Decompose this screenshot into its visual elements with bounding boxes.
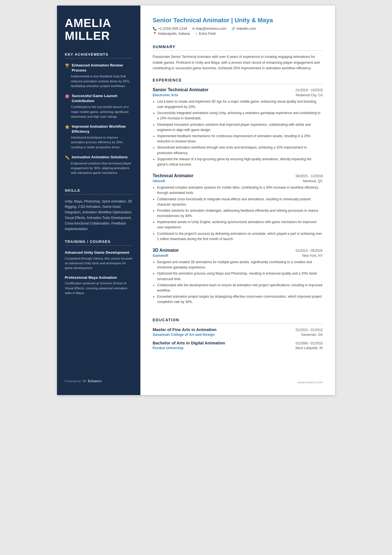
bullet: Engineered complex animation systems for… <box>157 185 323 196</box>
achievement-desc-1: Implemented a new feedback loop that red… <box>65 74 133 88</box>
training-title-2: Professional Maya Animation <box>65 275 133 280</box>
sidebar: AMELIA MILLER KEY ACHIEVEMENTS 🏆 Enhance… <box>57 6 140 395</box>
achievement-desc-2: Contributed to the successful launch of … <box>65 105 133 119</box>
contact-row-2: 📍 Indianapolis, Indiana ☆ Extra Field <box>153 32 323 36</box>
resume-container: AMELIA MILLER KEY ACHIEVEMENTS 🏆 Enhance… <box>57 6 335 395</box>
exp-company-3: Gameloft <box>153 253 168 258</box>
bullet: Implemented assets in Unity Engine, achi… <box>157 219 323 230</box>
edu-degree-1: Master of Fine Arts in Animation <box>153 327 217 332</box>
main-footer: www.enhancv.com <box>153 376 323 384</box>
bullet: Developed innovative animation solutions… <box>157 122 323 133</box>
exp-dates-3: 01/2013 - 05/2015 <box>296 249 323 253</box>
location-icon: 📍 <box>153 32 157 36</box>
location-text: Indianapolis, Indiana <box>158 32 190 36</box>
bullet: Optimized the animation process using Ma… <box>157 271 323 282</box>
exp-item-3: 3D Animator 01/2013 - 05/2015 Gameloft N… <box>153 248 323 305</box>
contact-extra: ☆ Extra Field <box>195 32 216 36</box>
edu-school-2: Purdue University <box>153 346 183 350</box>
main-content: Senior Technical Animator | Unity & Maya… <box>140 6 335 395</box>
skills-section: SKILLS Unity, Maya, Photoshop, Spine Ani… <box>65 188 133 232</box>
email-icon: ✉ <box>192 27 195 31</box>
enhancv-logo-icon: ∞ <box>83 378 86 384</box>
achievement-title-2: Successful Game Launch Contribution <box>72 93 133 103</box>
bullet: Contributed to the project's success by … <box>157 231 323 242</box>
exp-location-1: Redwood City, CA <box>296 93 323 97</box>
bullet: Collaborated with the development team t… <box>157 283 323 293</box>
bullet: Successfully integrated animations using… <box>157 110 323 121</box>
bullet: Collaborated cross-functionally to integ… <box>157 197 323 207</box>
linkedin-icon: 🔗 <box>231 27 235 31</box>
exp-bullets-2: Engineered complex animation systems for… <box>153 185 323 242</box>
contact-phone: 📞 +1-(234)-555-1234 <box>153 27 187 31</box>
achievement-title-1: Enhanced Animation Review Process <box>72 63 133 73</box>
summary-title: SUMMARY <box>153 45 323 51</box>
summary-text: Passionate Senior Technical Animator wit… <box>153 54 323 71</box>
exp-bullets-1: Led a team to create and implement 3D ri… <box>153 99 323 167</box>
main-header: Senior Technical Animator | Unity & Maya… <box>153 17 323 37</box>
exp-dates-1: 01/2019 - 10/2023 <box>296 88 323 92</box>
achievement-icon-4: ✏️ <box>65 155 70 160</box>
experience-title: EXPERIENCE <box>153 78 323 84</box>
training-title-1: Advanced Unity Game Development <box>65 250 133 255</box>
training-desc-2: Certification achieved at Gnomon School … <box>65 281 133 295</box>
training-title: TRAINING / COURSES <box>65 240 133 246</box>
education-title: EDUCATION <box>153 318 323 324</box>
exp-bullets-3: Designed and created 3D animations for m… <box>153 260 323 305</box>
experience-section: EXPERIENCE Senior Technical Animator 01/… <box>153 78 323 311</box>
exp-item-2: Technical Animator 06/2015 - 12/2018 Ubi… <box>153 173 323 242</box>
bullet: Implemented feedback mechanisms for cont… <box>157 134 323 144</box>
summary-section: SUMMARY Passionate Senior Technical Anim… <box>153 45 323 71</box>
exp-item-1: Senior Technical Animator 01/2019 - 10/2… <box>153 87 323 167</box>
contact-location: 📍 Indianapolis, Indiana <box>153 32 190 36</box>
achievement-icon-1: 🏆 <box>65 63 70 68</box>
exp-location-2: Montreal, QC <box>303 179 323 183</box>
contact-email: ✉ help@enhancv.com <box>192 27 227 31</box>
edu-item-2: Bachelor of Arts in Digital Animation 01… <box>153 341 323 350</box>
exp-location-3: New York, NY <box>302 254 323 258</box>
edu-dates-2: 01/2006 - 01/2010 <box>296 341 323 345</box>
training-item-2: Professional Maya Animation Certificatio… <box>65 275 133 295</box>
edu-location-2: West Lafayette, IN <box>296 346 323 350</box>
phone-icon: 📞 <box>153 27 157 31</box>
education-section: EDUCATION Master of Fine Arts in Animati… <box>153 318 323 354</box>
achievement-item: ⭐ Improved Animation Workflow Efficiency… <box>65 124 133 150</box>
achievement-icon-2: 🎯 <box>65 94 70 98</box>
achievement-item: ✏️ Innovative Animation Solutions Engine… <box>65 155 133 176</box>
bullet: Provided solutions for animation challen… <box>157 208 323 219</box>
job-title: Senior Technical Animator | Unity & Maya <box>153 17 323 24</box>
training-item-1: Advanced Unity Game Development Complete… <box>65 250 133 270</box>
contact-row-1: 📞 +1-(234)-555-1234 ✉ help@enhancv.com 🔗… <box>153 27 323 31</box>
exp-dates-2: 06/2015 - 12/2018 <box>296 174 323 178</box>
phone-text: +1-(234)-555-1234 <box>158 27 187 31</box>
skills-text: Unity, Maya, Photoshop, Spine Animation,… <box>65 199 133 232</box>
achievement-item: 🎯 Successful Game Launch Contribution Co… <box>65 93 133 119</box>
edu-location-1: Savannah, GA <box>301 333 323 337</box>
edu-item-1: Master of Fine Arts in Animation 01/2010… <box>153 327 323 337</box>
bullet: Designed and created 3D animations for m… <box>157 260 323 270</box>
extra-icon: ☆ <box>195 32 198 36</box>
linkedin-text: linkedin.com <box>237 27 256 31</box>
bullet: Supported the release of a top-grossing … <box>157 157 323 167</box>
bullet: Streamlined animation workflows through … <box>157 145 323 156</box>
achievement-desc-4: Engineered solutions that increased play… <box>65 161 133 176</box>
exp-company-1: Electronic Arts <box>153 93 178 97</box>
exp-company-2: Ubisoft <box>153 179 165 183</box>
candidate-name: AMELIA MILLER <box>65 17 133 42</box>
powered-by-label: Powered by <box>65 379 81 383</box>
contact-linkedin: 🔗 linkedin.com <box>231 27 256 31</box>
footer-url: www.enhancv.com <box>297 381 323 384</box>
exp-job-title-3: 3D Animator <box>153 248 179 253</box>
exp-job-title-1: Senior Technical Animator <box>153 87 209 92</box>
training-section: TRAINING / COURSES Advanced Unity Game D… <box>65 240 133 300</box>
sidebar-footer: Powered by ∞ Enhancv <box>65 373 133 384</box>
achievement-title-3: Improved Animation Workflow Efficiency <box>72 124 133 134</box>
achievement-item: 🏆 Enhanced Animation Review Process Impl… <box>65 63 133 88</box>
achievement-desc-3: Introduced techniques to improve animati… <box>65 135 133 150</box>
bullet: Led a team to create and implement 3D ri… <box>157 99 323 110</box>
edu-school-1: Savannah College of Art and Design <box>153 332 215 337</box>
skills-title: SKILLS <box>65 188 133 194</box>
achievements-section: KEY ACHIEVEMENTS 🏆 Enhanced Animation Re… <box>65 52 133 180</box>
achievements-title: KEY ACHIEVEMENTS <box>65 52 133 58</box>
bullet: Exceeded animation project targets by st… <box>157 294 323 305</box>
enhancv-brand: Enhancv <box>88 379 102 383</box>
